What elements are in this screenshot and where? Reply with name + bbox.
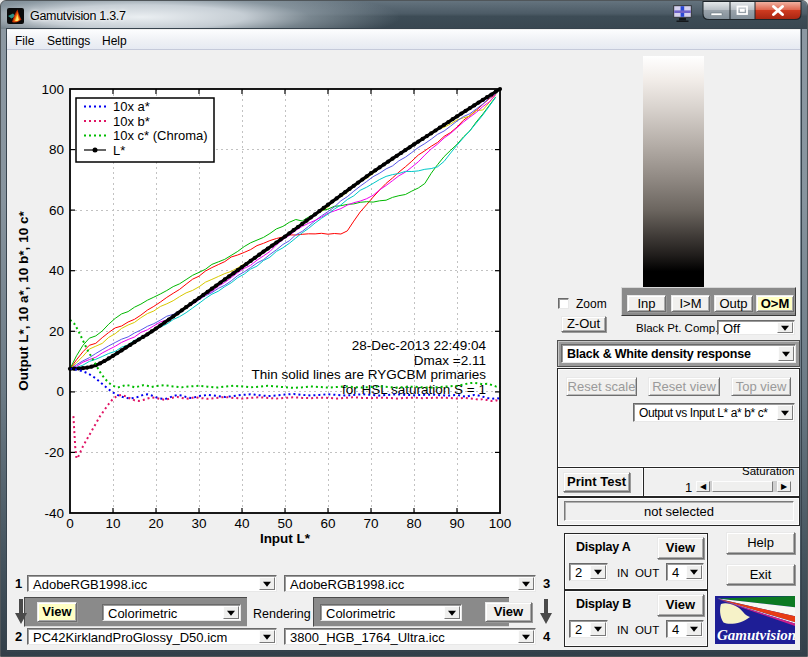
svg-text:100: 100 [489,516,512,531]
svg-text:90: 90 [449,516,464,531]
svg-text:100: 100 [41,82,64,97]
svg-text:20: 20 [49,324,64,339]
svg-text:Input L*: Input L* [260,531,311,546]
svg-text:60: 60 [320,516,335,531]
svg-text:0: 0 [66,516,74,531]
svg-text:10x a*: 10x a* [113,99,150,114]
svg-text:Dmax =2.11: Dmax =2.11 [414,353,486,368]
svg-text:Gamutvision: Gamutvision [717,627,795,643]
svg-text:70: 70 [363,516,378,531]
svg-text:30: 30 [191,516,206,531]
svg-text:40: 40 [234,516,249,531]
svg-text:-40: -40 [44,506,64,521]
svg-text:10: 10 [105,516,120,531]
svg-text:10x c* (Chroma): 10x c* (Chroma) [113,128,208,143]
svg-text:0: 0 [56,384,64,399]
svg-text:60: 60 [49,203,64,218]
svg-text:-20: -20 [44,445,64,460]
svg-text:L*: L* [113,143,125,158]
svg-text:10x b*: 10x b* [113,114,150,129]
svg-text:80: 80 [406,516,421,531]
svg-text:Output L*, 10 a*, 10 b*, 10 c*: Output L*, 10 a*, 10 b*, 10 c* [16,211,31,391]
svg-text:28-Dec-2013 22:49:04: 28-Dec-2013 22:49:04 [352,338,487,353]
svg-text:Thin solid lines are RYGCBM pr: Thin solid lines are RYGCBM primaries [251,367,486,382]
svg-text:40: 40 [49,263,64,278]
svg-text:80: 80 [49,142,64,157]
svg-text:20: 20 [148,516,163,531]
svg-text:50: 50 [277,516,292,531]
